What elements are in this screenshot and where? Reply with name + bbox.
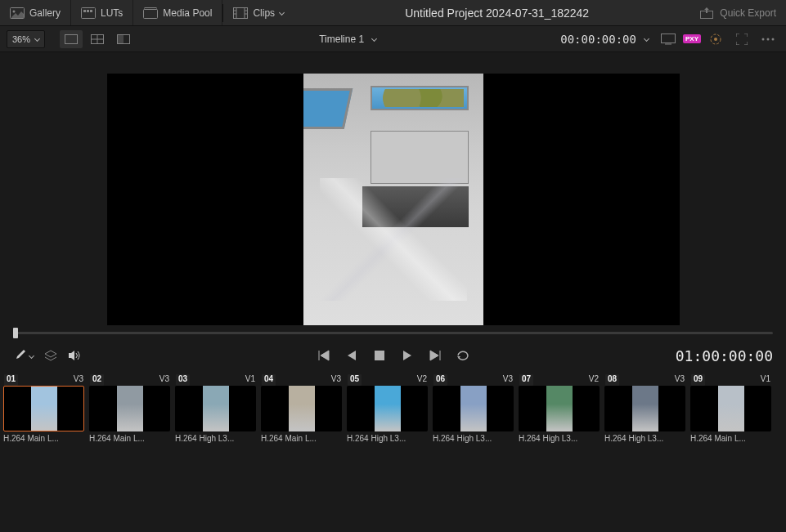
source-timecode[interactable]: 00:00:00:00: [560, 33, 636, 46]
svg-rect-2: [82, 7, 96, 18]
luts-label: LUTs: [101, 7, 123, 19]
bypass-icon: [709, 33, 722, 46]
prev-clip-icon: [317, 350, 330, 361]
thumb-track: V3: [503, 374, 513, 386]
thumb-header: 07 V2: [519, 374, 600, 386]
thumb-image[interactable]: [347, 386, 428, 431]
view-grid-button[interactable]: [86, 30, 109, 48]
mute-tool[interactable]: [68, 350, 81, 361]
timeline-dropdown[interactable]: Timeline 1: [319, 34, 376, 45]
thumb-header: 09 V1: [690, 374, 771, 386]
reverse-play-button[interactable]: [343, 346, 361, 364]
thumb-image[interactable]: [175, 386, 256, 431]
svg-rect-28: [375, 351, 384, 360]
clip-thumbnail[interactable]: 04 V3 H.264 Main L...: [261, 374, 342, 453]
viewer-right-controls: PXY: [657, 30, 779, 48]
clips-label: Clips: [253, 7, 275, 19]
clip-preview-image: [303, 74, 483, 325]
record-timecode[interactable]: 01:00:00:00: [676, 347, 773, 364]
next-clip-button[interactable]: [426, 346, 444, 364]
color-picker-tool[interactable]: [13, 349, 34, 362]
clip-thumbnail[interactable]: 09 V1 H.264 Main L...: [690, 374, 771, 453]
thumb-index: 08: [605, 374, 619, 386]
thumb-index: 09: [691, 374, 705, 386]
thumb-image[interactable]: [519, 386, 600, 431]
thumb-index: 06: [433, 374, 447, 386]
options-button[interactable]: [757, 30, 779, 48]
svg-rect-21: [661, 34, 675, 42]
speaker-icon: [68, 350, 81, 361]
clip-thumbnail[interactable]: 05 V2 H.264 High L3...: [347, 374, 428, 453]
thumb-header: 08 V3: [604, 374, 685, 386]
top-toolbar: Gallery LUTs Media Pool Clips Untitled P…: [0, 0, 786, 26]
thumb-codec-label: H.264 High L3...: [175, 434, 256, 443]
clip-thumbnail[interactable]: 02 V3 H.264 Main L...: [89, 374, 170, 453]
thumb-image[interactable]: [3, 386, 84, 431]
thumb-header: 02 V3: [89, 374, 170, 386]
svg-point-26: [767, 38, 770, 40]
clips-dropdown[interactable]: Clips: [223, 0, 294, 25]
expand-viewer-button[interactable]: [730, 30, 753, 48]
chevron-down-icon: [29, 352, 34, 358]
thumb-image[interactable]: [261, 386, 342, 431]
thumb-index: 05: [348, 374, 362, 386]
playhead-knob[interactable]: [13, 328, 18, 338]
chevron-down-icon[interactable]: [644, 36, 649, 42]
play-button[interactable]: [398, 346, 416, 364]
clip-thumbnail[interactable]: 08 V3 H.264 High L3...: [604, 374, 685, 453]
clips-icon: [233, 7, 248, 19]
thumb-index: 07: [519, 374, 533, 386]
thumb-track: V2: [417, 374, 427, 386]
loop-button[interactable]: [454, 346, 472, 364]
thumb-codec-label: H.264 Main L...: [3, 434, 84, 443]
image-wipe-icon: [117, 34, 130, 44]
quick-export-button[interactable]: Quick Export: [700, 7, 786, 19]
clip-thumbnail[interactable]: 03 V1 H.264 High L3...: [175, 374, 256, 453]
thumb-image[interactable]: [89, 386, 170, 431]
thumb-header: 06 V3: [433, 374, 514, 386]
zoom-dropdown[interactable]: 36%: [7, 30, 45, 48]
image-wipe-button[interactable]: [112, 30, 135, 48]
thumb-track: V1: [245, 374, 255, 386]
thumb-image[interactable]: [690, 386, 771, 431]
gallery-button[interactable]: Gallery: [0, 0, 71, 25]
top-toolbar-left: Gallery LUTs Media Pool Clips: [0, 0, 294, 25]
viewer-canvas-area[interactable]: [0, 52, 786, 325]
view-grid-icon: [91, 34, 104, 44]
clip-thumbnail[interactable]: 01 V3 H.264 Main L...: [3, 374, 84, 453]
chevron-down-icon: [34, 36, 40, 42]
stop-button[interactable]: [371, 346, 389, 364]
thumb-codec-label: H.264 Main L...: [89, 434, 170, 443]
stack-icon: [43, 349, 58, 362]
thumb-track: V3: [675, 374, 685, 386]
thumb-codec-label: H.264 Main L...: [261, 434, 342, 443]
view-single-icon: [65, 34, 78, 44]
clip-thumbnail[interactable]: 07 V2 H.264 High L3...: [519, 374, 600, 453]
svg-point-24: [714, 38, 717, 41]
timeline-name: Timeline 1: [319, 34, 364, 45]
eyedropper-icon: [13, 349, 26, 362]
clip-thumbnail[interactable]: 06 V3 H.264 High L3...: [433, 374, 514, 453]
canvas-black-bars: [107, 74, 680, 325]
playhead-bar: [0, 325, 786, 340]
thumb-header: 04 V3: [261, 374, 342, 386]
thumb-index: 04: [262, 374, 276, 386]
playhead-track[interactable]: [13, 332, 773, 334]
prev-clip-button[interactable]: [315, 346, 333, 364]
bypass-grade-button[interactable]: [704, 30, 727, 48]
thumb-codec-label: H.264 High L3...: [433, 434, 514, 443]
thumb-header: 01 V3: [3, 374, 84, 386]
thumb-image[interactable]: [604, 386, 685, 431]
luts-button[interactable]: LUTs: [71, 0, 133, 25]
thumb-image[interactable]: [433, 386, 514, 431]
media-pool-button[interactable]: Media Pool: [133, 0, 222, 25]
thumb-track: V3: [331, 374, 341, 386]
svg-rect-4: [87, 10, 89, 12]
svg-rect-8: [234, 7, 248, 18]
proxy-badge: PXY: [683, 34, 701, 43]
play-icon: [402, 350, 413, 361]
view-single-button[interactable]: [60, 30, 83, 48]
svg-rect-6: [144, 9, 158, 18]
stack-tool[interactable]: [43, 349, 58, 362]
render-cache-button[interactable]: [657, 30, 680, 48]
